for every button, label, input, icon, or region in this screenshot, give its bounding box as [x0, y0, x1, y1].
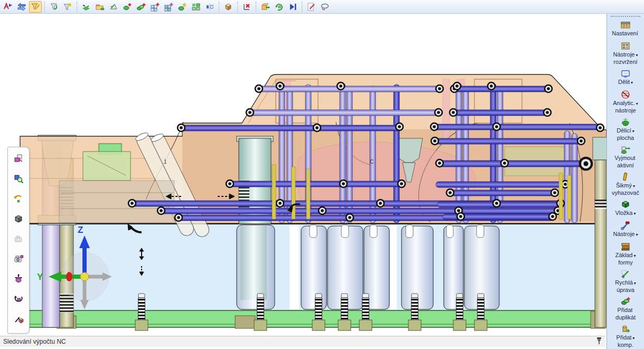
- mold-tools-sidebar: Nastavení Nástroje▾ rozvržení Dělit▾ Ana…: [606, 14, 644, 349]
- insert-icon: [620, 199, 631, 210]
- sidebar-item-analyticke-nastroje[interactable]: Analytic.▾ nástroje: [613, 89, 638, 114]
- sidebar-item-label: Šikmý: [616, 182, 632, 188]
- add-mold-component-icon: [620, 323, 631, 334]
- sidebar-item-label: Nástroje: [613, 51, 635, 58]
- draft-angle-icon[interactable]: [107, 1, 120, 13]
- sidebar-item-delit[interactable]: Dělit▾: [618, 68, 633, 86]
- sidebar-item-delici-plocha[interactable]: Dělicí▾ plocha: [617, 116, 634, 141]
- filter-edit-icon[interactable]: [29, 1, 42, 13]
- sidebar-item-nastaveni[interactable]: Nastavení: [612, 19, 639, 37]
- toolbar-separator: [237, 2, 238, 12]
- toolbar-separator: [256, 2, 256, 12]
- camera-locked-icon[interactable]: [12, 233, 25, 244]
- select-wedge-icon[interactable]: [80, 1, 92, 13]
- sidebar-item-label2: formy: [618, 259, 633, 266]
- add-pattern-icon[interactable]: [162, 1, 175, 13]
- view-palette: [7, 147, 30, 334]
- add-grid-icon[interactable]: [148, 1, 161, 13]
- textured-cube-icon[interactable]: [12, 213, 25, 224]
- sidebar-item-label: Analytic.: [613, 100, 635, 106]
- dropdown-arrow: ▾: [636, 101, 638, 106]
- refresh-cycle-icon[interactable]: [273, 1, 285, 13]
- quick-edit-icon: [620, 268, 631, 279]
- toolbar-separator: [77, 2, 77, 12]
- move-component-icon[interactable]: [12, 273, 25, 285]
- add-parts-icon[interactable]: [135, 1, 147, 13]
- text-filter-icon[interactable]: [2, 1, 14, 13]
- sidebar-item-label: Přidat: [617, 334, 632, 341]
- parting-surface-icon: [620, 116, 631, 127]
- extract-active-icon: [620, 144, 631, 155]
- open-component-icon[interactable]: [94, 1, 106, 13]
- sidebar-item-pridat-duplikat[interactable]: Přidat duplikát: [615, 296, 636, 320]
- axis-label-y: Y: [37, 272, 43, 282]
- sidebar-item-label2: komp. formy: [618, 342, 633, 349]
- sidebar-item-vlozka[interactable]: Vložka▾: [615, 199, 636, 217]
- play-next-icon[interactable]: [286, 1, 299, 13]
- toolbar-separator: [44, 2, 45, 12]
- dropdown-arrow: ▾: [632, 129, 634, 134]
- dropdown-arrow: ▾: [633, 184, 635, 188]
- sidebar-item-pridat-komp-formy[interactable]: Přidat▾ komp. formy: [617, 323, 635, 349]
- sidebar-item-label2: nástroje: [615, 107, 636, 114]
- zoom-component-icon[interactable]: [12, 173, 25, 184]
- sidebar-item-label2: duplikát: [615, 314, 636, 320]
- sidebar-item-label2: vyhazovač: [612, 190, 639, 196]
- sidebar-item-sikmy-vyhazovac[interactable]: Šikmý▾ vyhazovač: [612, 171, 639, 196]
- filter-new-icon[interactable]: [61, 1, 74, 13]
- camera-capture-icon[interactable]: [12, 253, 25, 265]
- axis-label-z: Z: [78, 225, 83, 235]
- sidebar-item-label: Nástroje: [613, 231, 635, 237]
- sidebar-item-label: Dělit: [618, 79, 630, 85]
- sidebar-grip[interactable]: [611, 16, 640, 17]
- status-bar: Sledování výpočtu NC: [0, 336, 605, 347]
- tools-layout-icon: [620, 40, 631, 51]
- align-parts-icon[interactable]: [203, 1, 216, 13]
- sidebar-item-label: Vložka: [615, 210, 632, 216]
- mold-base-icon: [620, 241, 631, 252]
- dropdown-arrow: ▾: [636, 53, 638, 58]
- sidebar-item-nastroje[interactable]: Nástroje▾: [613, 220, 638, 238]
- pattern-blocks-icon[interactable]: [190, 1, 202, 13]
- new-part-star-icon[interactable]: [176, 1, 189, 13]
- component-visibility-icon[interactable]: [12, 153, 25, 164]
- dropdown-arrow: ▾: [636, 232, 638, 237]
- dropdown-arrow: ▾: [634, 211, 636, 216]
- sidebar-item-vyjmout-aktivni[interactable]: Vyjmout aktivní: [614, 144, 636, 168]
- tools-icon: [620, 220, 631, 231]
- viewport-3d[interactable]: Z Y C1: [0, 14, 606, 336]
- delete-axes-icon[interactable]: [240, 1, 253, 13]
- pin-icon[interactable]: [596, 337, 602, 347]
- status-text: Sledování výpočtu NC: [3, 338, 66, 345]
- sidebar-item-rychla-uprava[interactable]: Rychlá▾ úprava: [615, 268, 636, 293]
- sidebar-item-label: Dělicí: [617, 127, 631, 134]
- sidebar-item-nastroje-rozvrzeni[interactable]: Nástroje▾ rozvržení: [613, 40, 638, 65]
- rotate-component-icon[interactable]: [12, 293, 25, 305]
- swap-arrows-icon[interactable]: [15, 1, 28, 13]
- sidebar-item-label2: aktivní: [617, 162, 634, 168]
- analytic-tools-icon: [620, 89, 631, 100]
- add-duplicate-icon: [620, 296, 631, 307]
- main-toolbar: [0, 0, 644, 14]
- filter-flow-icon[interactable]: [48, 1, 60, 13]
- sidebar-item-label2: úprava: [617, 287, 634, 293]
- sidebar-item-label2: rozvržení: [613, 59, 637, 65]
- sidebar-item-label: Přidat: [618, 307, 633, 313]
- dropdown-arrow: ▾: [634, 281, 636, 286]
- settings-icon: [620, 19, 631, 30]
- explode-component-icon[interactable]: [12, 313, 25, 325]
- undo-rotate-icon[interactable]: [12, 193, 25, 204]
- lifter-icon: [620, 171, 631, 182]
- lasso-select-icon[interactable]: [319, 1, 331, 13]
- add-part-icon[interactable]: [121, 1, 134, 13]
- export-box-icon[interactable]: [259, 1, 272, 13]
- sidebar-item-label: Nastavení: [612, 30, 638, 36]
- sidebar-item-label: Vyjmout: [614, 155, 635, 161]
- sidebar-item-label: Základ: [615, 252, 632, 258]
- sketch-edit-icon[interactable]: [305, 1, 318, 13]
- dropdown-arrow: ▾: [634, 253, 636, 258]
- toolbar-separator: [302, 2, 302, 12]
- split-icon: [620, 68, 631, 79]
- sidebar-item-zaklad-formy[interactable]: Základ▾ formy: [615, 241, 636, 266]
- shaded-cube-icon[interactable]: [222, 1, 235, 13]
